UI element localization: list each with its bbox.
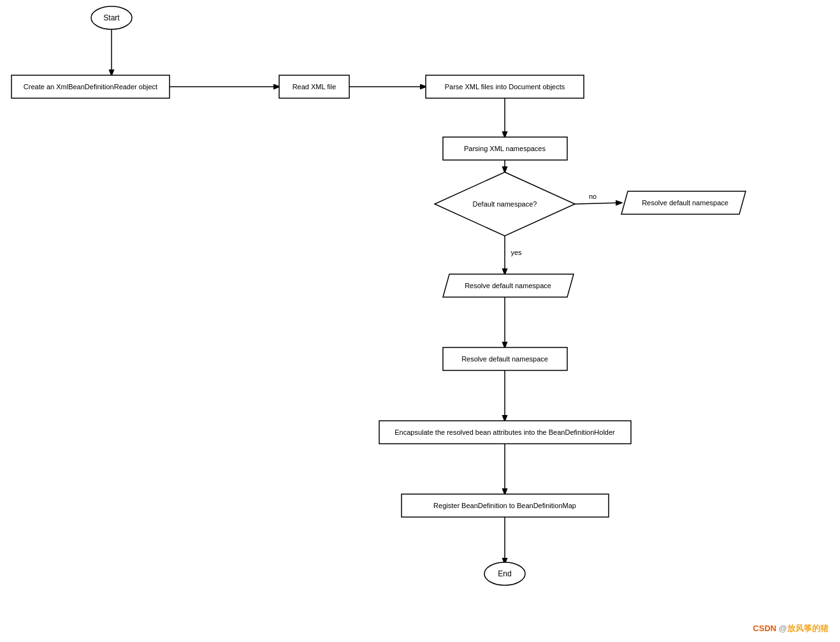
svg-line-5 [575, 203, 621, 204]
watermark-csdn: CSDN [753, 624, 778, 633]
yes-label: yes [511, 249, 522, 256]
register-label: Register BeanDefinition to BeanDefinitio… [433, 502, 576, 509]
flowchart-svg: Start Create an XmlBeanDefinitionReader … [0, 0, 840, 642]
watermark-author: 放风筝的猪 [787, 624, 829, 633]
parse-xml-label: Parse XML files into Document objects [445, 83, 565, 91]
no-label: no [589, 193, 597, 200]
end-label: End [498, 569, 511, 578]
watermark-at: @ [779, 624, 787, 633]
parsing-ns-label: Parsing XML namespaces [464, 145, 546, 152]
default-ns-label: Default namespace? [473, 200, 537, 208]
resolve-ns-down-label: Resolve default namespace [465, 282, 551, 289]
create-reader-label: Create an XmlBeanDefinitionReader object [24, 83, 157, 91]
watermark: CSDN @放风筝的猪 [753, 623, 829, 634]
resolve-ns-right-label: Resolve default namespace [642, 199, 728, 207]
start-label: Start [103, 13, 120, 22]
encapsulate-label: Encapsulate the resolved bean attributes… [395, 428, 615, 436]
diagram-container: Start Create an XmlBeanDefinitionReader … [0, 0, 840, 642]
read-xml-label: Read XML file [293, 83, 337, 91]
resolve-ns2-label: Resolve default namespace [461, 355, 548, 363]
